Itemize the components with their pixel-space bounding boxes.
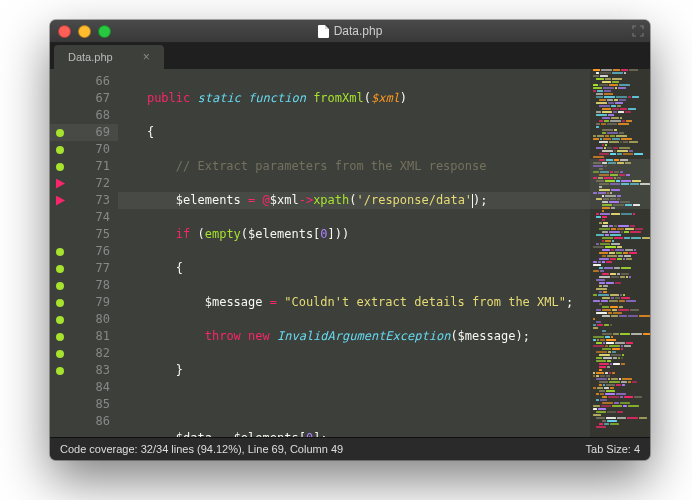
editor-window: Data.php Data.php × 66676869707172737475…: [50, 20, 650, 460]
coverage-hit-icon: [56, 367, 64, 375]
gutter-line[interactable]: 74: [50, 209, 118, 226]
gutter-line[interactable]: 75: [50, 226, 118, 243]
gutter-line[interactable]: 72: [50, 175, 118, 192]
coverage-hit-icon: [56, 265, 64, 273]
code-line: public static function fromXml($xml): [118, 90, 590, 107]
code-line: if (empty($elements[0])): [118, 226, 590, 243]
coverage-hit-icon: [56, 146, 64, 154]
code-line: {: [118, 260, 590, 277]
gutter-line[interactable]: 68: [50, 107, 118, 124]
code-line: // Extract parameters from the XML respo…: [118, 158, 590, 175]
gutter-line[interactable]: 79: [50, 294, 118, 311]
editor-area: 6667686970717273747576777879808182838485…: [50, 69, 650, 437]
fullscreen-icon[interactable]: [632, 25, 644, 37]
coverage-miss-icon: [56, 179, 65, 189]
coverage-hit-icon: [56, 350, 64, 358]
traffic-lights: [50, 25, 111, 38]
gutter-line[interactable]: 66: [50, 73, 118, 90]
status-right[interactable]: Tab Size: 4: [586, 443, 640, 455]
code-line: $elements = @$xml->xpath('/response/data…: [118, 192, 590, 209]
gutter-line[interactable]: 70: [50, 141, 118, 158]
window-title: Data.php: [50, 24, 650, 38]
status-left: Code coverage: 32/34 lines (94.12%), Lin…: [60, 443, 343, 455]
status-bar: Code coverage: 32/34 lines (94.12%), Lin…: [50, 437, 650, 460]
gutter[interactable]: 6667686970717273747576777879808182838485…: [50, 69, 118, 437]
gutter-line[interactable]: 86: [50, 413, 118, 430]
titlebar[interactable]: Data.php: [50, 20, 650, 43]
gutter-line[interactable]: 71: [50, 158, 118, 175]
close-window-button[interactable]: [58, 25, 71, 38]
tab-label: Data.php: [68, 51, 113, 63]
gutter-line[interactable]: 78: [50, 277, 118, 294]
coverage-hit-icon: [56, 129, 64, 137]
coverage-hit-icon: [56, 333, 64, 341]
gutter-line[interactable]: 76: [50, 243, 118, 260]
coverage-hit-icon: [56, 282, 64, 290]
tab-close-icon[interactable]: ×: [143, 50, 150, 64]
gutter-line[interactable]: 69: [50, 124, 118, 141]
code-line: throw new InvalidArgumentException($mess…: [118, 328, 590, 345]
document-icon: [318, 25, 329, 38]
gutter-line[interactable]: 83: [50, 362, 118, 379]
gutter-line[interactable]: 84: [50, 379, 118, 396]
code-area[interactable]: public static function fromXml($xml) { /…: [118, 69, 590, 437]
code-line: $message = "Couldn't extract details fro…: [118, 294, 590, 311]
zoom-window-button[interactable]: [98, 25, 111, 38]
gutter-line[interactable]: 82: [50, 345, 118, 362]
code-line: [118, 396, 590, 413]
gutter-line[interactable]: 81: [50, 328, 118, 345]
coverage-hit-icon: [56, 163, 64, 171]
gutter-line[interactable]: 80: [50, 311, 118, 328]
code-line: }: [118, 362, 590, 379]
code-line: $data = $elements[0];: [118, 430, 590, 437]
code-line: {: [118, 124, 590, 141]
coverage-hit-icon: [56, 316, 64, 324]
coverage-miss-icon: [56, 196, 65, 206]
gutter-line[interactable]: 73: [50, 192, 118, 209]
coverage-hit-icon: [56, 299, 64, 307]
tab-bar: Data.php ×: [50, 43, 650, 69]
tab-data-php[interactable]: Data.php ×: [54, 45, 164, 69]
minimap[interactable]: [590, 69, 650, 437]
minimize-window-button[interactable]: [78, 25, 91, 38]
coverage-hit-icon: [56, 248, 64, 256]
gutter-line[interactable]: 67: [50, 90, 118, 107]
window-title-text: Data.php: [334, 24, 383, 38]
gutter-line[interactable]: 77: [50, 260, 118, 277]
gutter-line[interactable]: 85: [50, 396, 118, 413]
